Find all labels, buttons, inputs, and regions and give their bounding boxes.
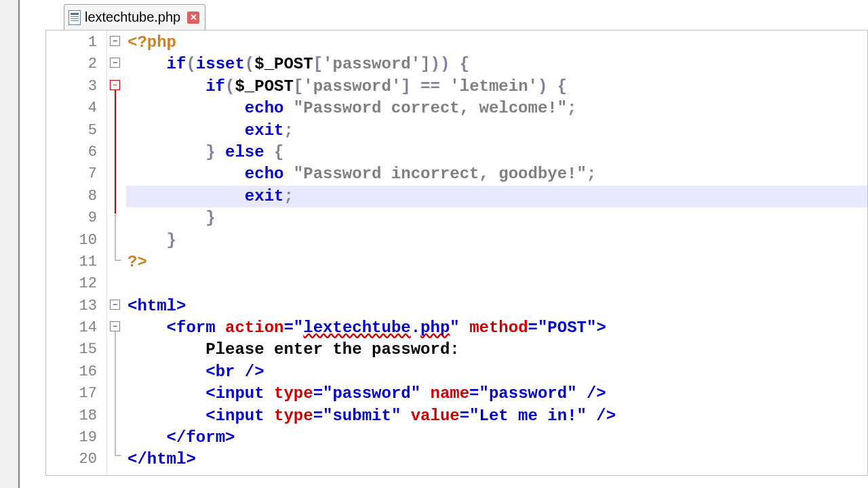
line-number: 10 — [46, 230, 106, 251]
line-number: 15 — [46, 339, 106, 361]
code-line: echo "Password incorrect, goodbye!"; — [126, 163, 867, 185]
code-line — [126, 273, 867, 295]
code-line: Please enter the password: — [126, 339, 867, 361]
fold-end-icon — [115, 455, 121, 456]
code-line: <html> — [126, 296, 867, 317]
code-content[interactable]: <?php if(isset($_POST['password'])) { if… — [126, 30, 867, 475]
line-number: 17 — [46, 383, 106, 405]
tab-bar: lextechtube.php ✕ — [64, 3, 205, 30]
code-line: } else { — [126, 142, 867, 163]
line-number: 11 — [46, 251, 106, 273]
fold-toggle-icon[interactable]: − — [110, 58, 120, 68]
code-line: if(isset($_POST['password'])) { — [126, 54, 867, 75]
line-number: 16 — [46, 361, 106, 383]
fold-guide — [115, 90, 116, 214]
fold-toggle-icon[interactable]: − — [110, 80, 120, 90]
code-line: exit; — [126, 120, 867, 142]
line-number: 8 — [46, 186, 106, 207]
code-line: <input type="password" name="password" /… — [126, 383, 867, 405]
tab-filename: lextechtube.php — [85, 9, 180, 25]
line-number: 5 — [46, 120, 106, 142]
line-number: 1 — [46, 32, 106, 54]
code-line: } — [126, 230, 867, 251]
code-line: echo "Password correct, welcome!"; — [126, 98, 867, 119]
line-number: 3 — [46, 76, 106, 98]
line-number: 18 — [46, 405, 106, 427]
line-number: 2 — [46, 54, 106, 75]
line-number: 7 — [46, 163, 106, 185]
code-line: </form> — [126, 427, 867, 449]
line-number: 12 — [46, 273, 106, 295]
close-icon[interactable]: ✕ — [187, 12, 199, 24]
line-number: 6 — [46, 142, 106, 163]
line-number: 4 — [46, 98, 106, 119]
fold-guide — [115, 331, 116, 455]
code-line: <input type="submit" value="Let me in!" … — [126, 405, 867, 427]
line-number: 9 — [46, 207, 106, 229]
fold-toggle-icon[interactable]: − — [110, 321, 120, 331]
file-tab[interactable]: lextechtube.php ✕ — [64, 4, 205, 30]
code-line: if($_POST['password'] == 'letmein') { — [126, 76, 867, 98]
line-number: 13 — [46, 296, 106, 317]
file-icon — [68, 10, 81, 25]
editor-area[interactable]: 1 2 3 4 5 6 7 8 9 10 11 12 13 14 15 16 1… — [45, 30, 868, 476]
code-line: <br /> — [126, 361, 867, 383]
fold-toggle-icon[interactable]: − — [110, 300, 120, 310]
editor-frame: lextechtube.php ✕ 1 2 3 4 5 6 7 8 9 10 1… — [18, 0, 868, 488]
code-line-highlighted: exit; — [126, 186, 867, 207]
code-line: <form action="lextechtube.php" method="P… — [126, 317, 867, 339]
code-line: } — [126, 207, 867, 229]
line-number: 19 — [46, 427, 106, 449]
fold-toggle-icon[interactable]: − — [110, 36, 120, 46]
fold-guide — [115, 214, 116, 261]
line-number: 20 — [46, 449, 106, 470]
fold-column: − − − − − — [107, 30, 126, 475]
line-number: 14 — [46, 317, 106, 339]
code-line: ?> — [126, 251, 867, 273]
line-number-gutter: 1 2 3 4 5 6 7 8 9 10 11 12 13 14 15 16 1… — [46, 30, 107, 475]
fold-end-icon — [115, 260, 121, 261]
code-line: <?php — [126, 32, 867, 54]
code-line: </html> — [126, 449, 867, 470]
